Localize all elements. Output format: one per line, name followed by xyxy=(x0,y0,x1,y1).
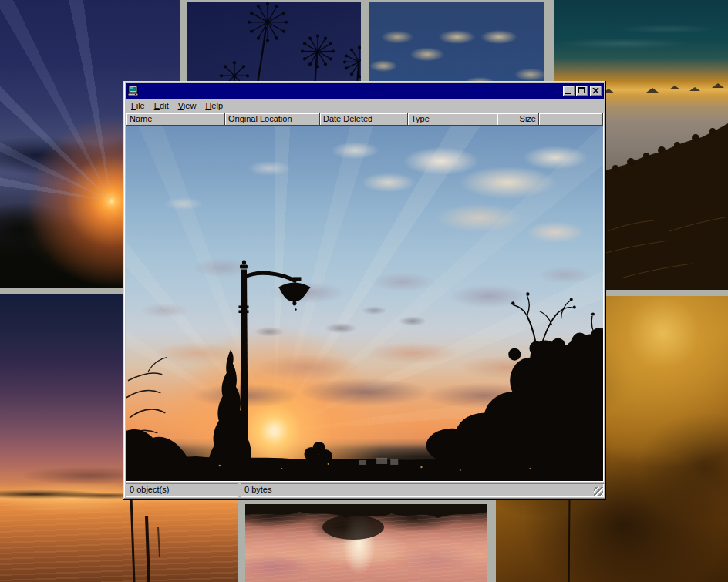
column-header-size[interactable]: Size xyxy=(497,113,539,126)
close-icon xyxy=(592,88,599,94)
menu-view[interactable]: View xyxy=(174,99,201,112)
menubar: File Edit View Help xyxy=(126,99,604,113)
list-view: Name Original Location Date Deleted Type… xyxy=(126,113,604,482)
maximize-icon xyxy=(578,87,585,93)
menu-help[interactable]: Help xyxy=(201,99,228,112)
left-wisps xyxy=(126,358,167,436)
status-total-size: 0 bytes xyxy=(241,483,604,497)
recycle-bin-window: File Edit View Help Name Original Locati… xyxy=(123,81,606,500)
column-header-filler xyxy=(539,113,603,126)
sunset-lamppost-photo[interactable] xyxy=(126,126,603,481)
cypress-tree xyxy=(206,350,258,481)
resize-grip[interactable] xyxy=(594,487,603,496)
column-header-type[interactable]: Type xyxy=(408,113,497,126)
fog-peaks xyxy=(602,83,724,93)
wallpaper-photo-water-reflection xyxy=(245,504,487,582)
maximize-button[interactable] xyxy=(576,86,588,96)
left-bush xyxy=(126,429,190,481)
computer-icon[interactable] xyxy=(127,85,140,97)
silhouettes-layer xyxy=(126,126,603,481)
right-trees xyxy=(426,328,603,481)
desktop: { "desktop": { "gap_color": "#adb1aa", "… xyxy=(0,0,728,582)
menu-edit[interactable]: Edit xyxy=(150,99,174,112)
minimize-icon xyxy=(565,93,571,94)
menu-file[interactable]: File xyxy=(126,99,150,112)
town-buildings xyxy=(359,458,398,465)
column-header-date-deleted[interactable]: Date Deleted xyxy=(320,113,408,126)
column-headers: Name Original Location Date Deleted Type… xyxy=(126,113,603,126)
minimize-button[interactable] xyxy=(563,86,575,96)
column-header-name[interactable]: Name xyxy=(126,113,225,126)
status-object-count: 0 object(s) xyxy=(126,483,238,497)
titlebar[interactable] xyxy=(126,83,604,99)
column-header-original-location[interactable]: Original Location xyxy=(225,113,320,126)
close-button[interactable] xyxy=(590,86,602,96)
tree-reflection-silhouette xyxy=(245,504,487,582)
statusbar: 0 object(s) 0 bytes xyxy=(126,483,604,497)
